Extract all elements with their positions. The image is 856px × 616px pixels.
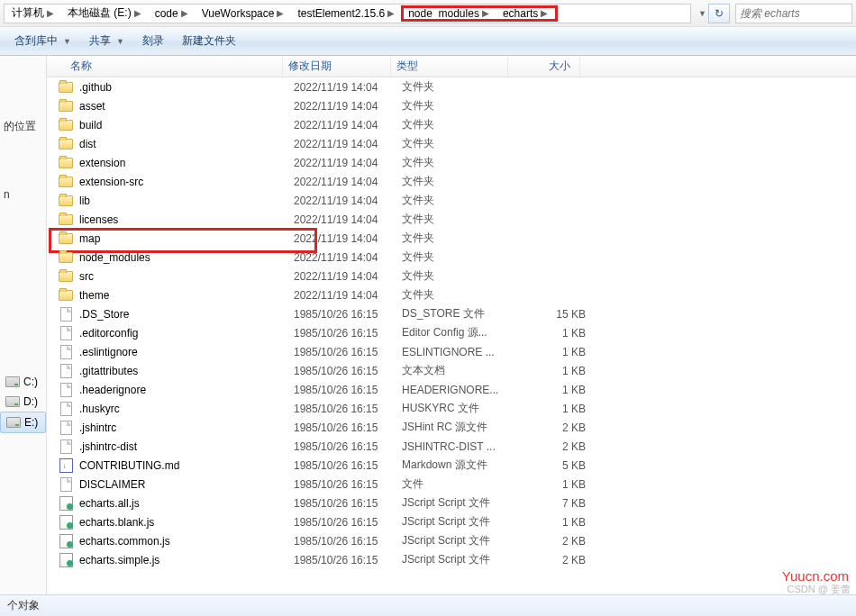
bc-node-modules[interactable]: node_modules▶ xyxy=(403,7,497,20)
table-row[interactable]: echarts.simple.js1985/10/26 16:15JScript… xyxy=(47,550,856,569)
refresh-button[interactable]: ↻ xyxy=(708,4,730,23)
cell-type: 文件夹 xyxy=(402,231,519,246)
sidebar-unknown[interactable]: n xyxy=(0,179,46,210)
sidebar-drive-e[interactable]: E:) xyxy=(0,412,46,433)
table-row[interactable]: asset2022/11/19 14:04文件夹 xyxy=(47,96,856,115)
table-row[interactable]: theme2022/11/19 14:04文件夹 xyxy=(47,285,856,304)
burn-button[interactable]: 刻录 xyxy=(133,32,173,51)
cell-size: 2 KB xyxy=(519,554,586,566)
chevron-right-icon[interactable]: ▶ xyxy=(538,8,551,18)
file-icon xyxy=(58,363,74,379)
table-row[interactable]: extension2022/11/19 14:04文件夹 xyxy=(47,153,856,172)
bc-label: code xyxy=(155,7,178,20)
chevron-down-icon[interactable]: ▼ xyxy=(698,9,706,18)
table-row[interactable]: src2022/11/19 14:04文件夹 xyxy=(47,267,856,285)
cell-date: 1985/10/26 16:15 xyxy=(294,554,402,566)
col-name[interactable]: 名称 xyxy=(47,56,283,77)
chevron-right-icon[interactable]: ▶ xyxy=(274,8,287,18)
chevron-down-icon: ▼ xyxy=(116,37,124,46)
bc-drive[interactable]: 本地磁盘 (E:)▶ xyxy=(62,5,150,23)
cell-date: 1985/10/26 16:15 xyxy=(294,516,402,529)
search-box[interactable] xyxy=(735,4,852,23)
table-row[interactable]: .jshintrc-dist1985/10/26 16:15JSHINTRC-D… xyxy=(47,437,856,456)
col-date[interactable]: 修改日期 xyxy=(283,56,391,77)
js-icon xyxy=(58,552,74,568)
sidebar-drive-c[interactable]: C:) xyxy=(0,372,46,392)
status-text: 个对象 xyxy=(7,598,40,613)
cell-date: 2022/11/19 14:04 xyxy=(294,270,402,283)
refresh-icon: ↻ xyxy=(715,7,724,20)
cell-name: .huskyrc xyxy=(79,403,294,415)
cell-date: 1985/10/26 16:15 xyxy=(294,308,402,321)
col-type[interactable]: 类型 xyxy=(391,56,508,77)
folder-icon xyxy=(58,98,74,114)
chevron-right-icon[interactable]: ▶ xyxy=(132,8,144,18)
cell-name: .eslintignore xyxy=(79,346,294,358)
bc-echarts[interactable]: echarts▶ xyxy=(497,7,556,20)
cell-name: asset xyxy=(79,100,294,113)
search-input[interactable] xyxy=(740,7,848,20)
cell-date: 2022/11/19 14:04 xyxy=(294,119,402,131)
table-row[interactable]: .jshintrc1985/10/26 16:15JSHint RC 源文件2 … xyxy=(47,418,856,437)
folder-icon xyxy=(58,249,74,266)
file-icon xyxy=(58,306,74,322)
table-row[interactable]: build2022/11/19 14:04文件夹 xyxy=(47,115,856,134)
table-row[interactable]: .eslintignore1985/10/26 16:15ESLINTIGNOR… xyxy=(47,342,856,361)
table-row[interactable]: extension-src2022/11/19 14:04文件夹 xyxy=(47,172,856,191)
folder-icon xyxy=(58,268,74,285)
table-row[interactable]: echarts.common.js1985/10/26 16:15JScript… xyxy=(47,531,856,550)
table-row[interactable]: CONTRIBUTING.md1985/10/26 16:15Markdown … xyxy=(47,456,856,475)
cell-date: 2022/11/19 14:04 xyxy=(294,138,402,150)
table-row[interactable]: .huskyrc1985/10/26 16:15HUSKYRC 文件1 KB xyxy=(47,399,856,418)
bc-label: testElement2.15.6 xyxy=(297,7,385,20)
cell-size: 1 KB xyxy=(519,516,586,529)
file-icon xyxy=(58,382,74,398)
table-row[interactable]: .github2022/11/19 14:04文件夹 xyxy=(47,77,856,96)
cell-name: echarts.simple.js xyxy=(79,554,294,566)
new-folder-button[interactable]: 新建文件夹 xyxy=(173,32,245,51)
table-row[interactable]: DISCLAIMER1985/10/26 16:15文件1 KB xyxy=(47,475,856,494)
chevron-right-icon[interactable]: ▶ xyxy=(44,8,57,18)
cell-type: 文件夹 xyxy=(402,212,519,227)
chevron-right-icon[interactable]: ▶ xyxy=(385,8,397,18)
sidebar-drive-d[interactable]: D:) xyxy=(0,392,46,412)
chevron-right-icon[interactable]: ▶ xyxy=(178,8,191,18)
table-row[interactable]: lib2022/11/19 14:04文件夹 xyxy=(47,191,856,210)
breadcrumb[interactable]: 计算机▶ 本地磁盘 (E:)▶ code▶ VueWorkspace▶ test… xyxy=(4,4,691,23)
folder-icon xyxy=(58,79,74,95)
col-size[interactable]: 大小 xyxy=(508,56,580,77)
table-row[interactable]: node_modules2022/11/19 14:04文件夹 xyxy=(47,248,856,267)
bc-computer[interactable]: 计算机▶ xyxy=(6,5,62,23)
cell-date: 2022/11/19 14:04 xyxy=(294,195,402,207)
cell-name: .jshintrc xyxy=(79,421,294,434)
table-row[interactable]: dist2022/11/19 14:04文件夹 xyxy=(47,134,856,153)
chevron-right-icon[interactable]: ▶ xyxy=(479,8,492,18)
file-icon xyxy=(58,439,74,455)
cell-size: 2 KB xyxy=(519,421,586,434)
cell-type: 文件夹 xyxy=(402,193,519,208)
table-row[interactable]: .headerignore1985/10/26 16:15HEADERIGNOR… xyxy=(47,380,856,399)
cell-type: Markdown 源文件 xyxy=(402,457,519,473)
cell-date: 1985/10/26 16:15 xyxy=(294,346,402,358)
table-row[interactable]: echarts.all.js1985/10/26 16:15JScript Sc… xyxy=(47,494,856,512)
bc-test[interactable]: testElement2.15.6▶ xyxy=(292,5,403,23)
cell-type: 文件夹 xyxy=(402,249,519,265)
table-row[interactable]: licenses2022/11/19 14:04文件夹 xyxy=(47,210,856,229)
cell-type: JSHint RC 源文件 xyxy=(402,420,519,435)
table-row[interactable]: map2022/11/19 14:04文件夹 xyxy=(47,229,856,248)
table-row[interactable]: .gitattributes1985/10/26 16:15文本文档1 KB xyxy=(47,361,856,380)
bc-code[interactable]: code▶ xyxy=(150,5,196,23)
drive-icon xyxy=(6,417,21,428)
table-row[interactable]: echarts.blank.js1985/10/26 16:15JScript … xyxy=(47,512,856,531)
folder-icon xyxy=(58,117,74,133)
share-button[interactable]: 共享▼ xyxy=(80,32,133,51)
include-library-button[interactable]: 含到库中▼ xyxy=(5,32,80,51)
cell-name: .gitattributes xyxy=(79,365,294,377)
cell-name: echarts.common.js xyxy=(79,535,294,548)
cell-date: 2022/11/19 14:04 xyxy=(294,176,402,188)
table-row[interactable]: .DS_Store1985/10/26 16:15DS_STORE 文件15 K… xyxy=(47,304,856,323)
table-row[interactable]: .editorconfig1985/10/26 16:15Editor Conf… xyxy=(47,323,856,342)
sidebar-location[interactable]: 的位置 xyxy=(0,110,46,143)
cell-size: 1 KB xyxy=(519,365,586,377)
bc-vue[interactable]: VueWorkspace▶ xyxy=(196,5,293,23)
